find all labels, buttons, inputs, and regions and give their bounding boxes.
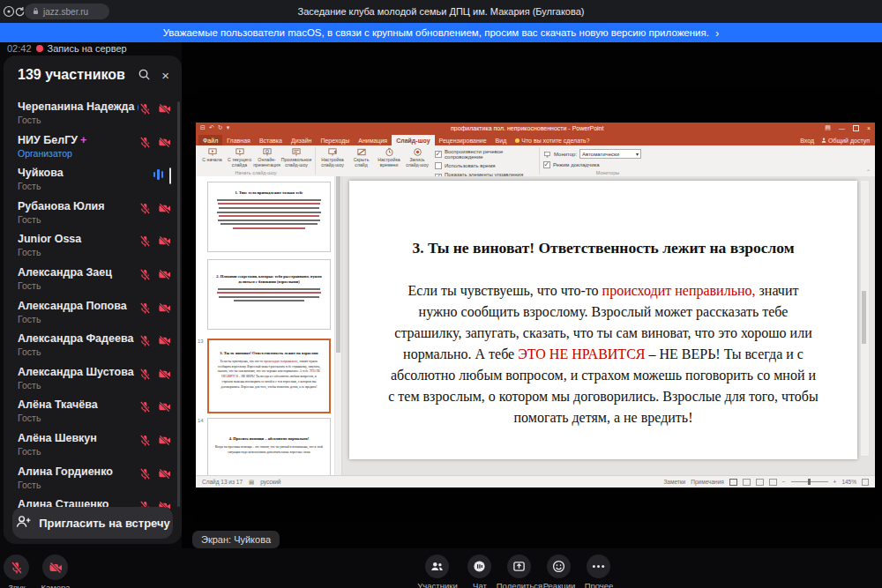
language-indicator[interactable]: русский: [260, 479, 280, 485]
save-icon[interactable]: ⊟: [200, 124, 206, 131]
custom-slideshow-button[interactable]: Произвольное слайд-шоу: [280, 145, 312, 170]
slide-thumbnail-3-selected[interactable]: 3. Ты не виноват! Ответственность лежит …: [207, 339, 331, 413]
reactions-button[interactable]: [547, 555, 571, 578]
from-current-slide-button[interactable]: С текущего слайда: [226, 145, 253, 170]
participant-row[interactable]: Александра Фадеева Гость: [4, 328, 182, 361]
checkbox-play-narrations[interactable]: Воспроизвести речевое сопровождение: [435, 149, 534, 160]
checkbox-use-timings[interactable]: Использовать время: [435, 162, 534, 169]
zoom-in-button[interactable]: +: [833, 479, 837, 485]
restore-icon[interactable]: [853, 125, 859, 131]
refresh-icon[interactable]: [14, 5, 26, 21]
redo-icon[interactable]: ↻: [218, 124, 223, 131]
slide-thumbnail-1[interactable]: 1. Твое тело принадлежит только тебе: [207, 182, 331, 252]
minimize-icon[interactable]: —: [839, 125, 845, 131]
participants-count-title: 139 участников: [18, 67, 127, 83]
ppt-ribbon: С начала С текущего слайда Онлайн-презен…: [196, 145, 875, 177]
chevron-right-icon[interactable]: ›: [715, 26, 719, 40]
tab-tellme[interactable]: Что вы хотите сделать?: [511, 135, 594, 145]
lock-icon: [32, 6, 40, 18]
camera-toggle-button[interactable]: [42, 555, 68, 580]
participant-row[interactable]: Junior Ossa Гость: [4, 228, 182, 262]
ppt-window-controls: ▤ — ×: [825, 124, 871, 131]
camera-button-label: Камера: [35, 583, 76, 588]
monitor-dropdown[interactable]: Автоматически▾: [579, 149, 641, 159]
mic-toggle-button[interactable]: [4, 555, 29, 580]
participant-row[interactable]: Александра Попова Гость: [4, 295, 182, 329]
slide-scrollbar[interactable]: [860, 180, 870, 457]
comments-button[interactable]: Примечания: [691, 479, 724, 485]
recording-label: Запись на сервер: [48, 43, 127, 54]
participant-name: Александра Шустова: [18, 366, 134, 378]
spellcheck-icon[interactable]: ▤: [249, 479, 254, 486]
ribbon-group-start: С начала С текущего слайда Онлайн-презен…: [198, 145, 313, 176]
browser-profile-icon[interactable]: [3, 5, 15, 21]
tab-insert[interactable]: Вставка: [255, 135, 287, 145]
participant-role: Гость: [18, 280, 138, 291]
smiley-icon: [552, 560, 565, 573]
tab-home[interactable]: Главная: [222, 135, 255, 145]
normal-view-icon[interactable]: [729, 479, 737, 486]
close-icon[interactable]: ×: [161, 69, 169, 82]
tab-review[interactable]: Рецензирование: [435, 135, 491, 145]
ribbon-options-icon[interactable]: ▤: [825, 124, 831, 131]
fit-slide-icon[interactable]: [862, 479, 869, 486]
participant-row[interactable]: Чуйкова Гость: [4, 162, 182, 196]
slide-thumbnail-2[interactable]: 2. Плохими секретами, которые тебя расст…: [207, 259, 331, 330]
plus-badge-icon: +: [80, 134, 86, 146]
meeting-title: Заседание клуба молодой семьи ДПЦ им. Ма…: [176, 0, 706, 23]
tab-transitions[interactable]: Переходы: [316, 135, 354, 145]
slide-indicator: Слайд 13 из 17: [202, 479, 243, 485]
participant-name: Алина Гордиенко: [18, 465, 113, 478]
share-screen-button[interactable]: [507, 555, 531, 578]
url-text: jazz.sber.ru: [43, 7, 88, 17]
participant-row[interactable]: Александра Заец Гость: [4, 262, 182, 295]
slide-sorter-view-icon[interactable]: [743, 479, 751, 486]
participant-row[interactable]: Алёна Ткачёва Гость: [4, 394, 182, 428]
address-bar[interactable]: jazz.sber.ru: [25, 4, 109, 19]
participant-row[interactable]: Александра Шустова Гость: [4, 361, 182, 395]
more-button[interactable]: [587, 555, 610, 578]
invite-button[interactable]: Пригласить на встречу: [12, 507, 173, 539]
tab-slideshow[interactable]: Слайд-шоу: [392, 135, 434, 145]
tab-file[interactable]: Файл: [198, 135, 222, 145]
slide-thumbnail-4[interactable]: 4. Просить помощи – абсолютно нормально!…: [207, 418, 331, 476]
tab-animations[interactable]: Анимация: [354, 135, 392, 145]
tab-view[interactable]: Вид: [491, 135, 512, 145]
chat-button[interactable]: [467, 555, 491, 578]
checkbox-presenter-view[interactable]: Режим докладчика: [543, 161, 672, 168]
ribbon-group-setup: Настройка слайд-шоу Скрыть слайд Настрой…: [318, 145, 537, 176]
slide-title: 3. Ты не виноват! Ответственность лежит …: [367, 239, 840, 257]
participant-role: Гость: [18, 247, 138, 257]
collapse-ribbon-icon[interactable]: ⌃: [866, 168, 871, 175]
thumbnails-scrollbar[interactable]: [334, 176, 341, 476]
participant-row[interactable]: Рубанова Юлия Гость: [4, 196, 182, 229]
close-window-icon[interactable]: ×: [867, 125, 871, 131]
search-icon[interactable]: [138, 68, 151, 83]
participant-row[interactable]: Алина Гордиенко Гость: [4, 461, 182, 495]
mic-muted-icon: [10, 561, 24, 575]
tab-design[interactable]: Дизайн: [287, 135, 317, 145]
qat-dropdown-icon[interactable]: ▾: [227, 124, 230, 131]
online-presentation-button[interactable]: Онлайн-презентация: [253, 145, 280, 170]
signin-link[interactable]: Вход: [800, 138, 814, 144]
participant-name: Черепанина Надежда (вы): [18, 100, 138, 113]
zoom-out-button[interactable]: −: [782, 479, 786, 485]
macos-update-banner[interactable]: Уважаемые пользователи macOS, в связи с …: [0, 23, 882, 42]
person-add-icon: [15, 515, 32, 531]
mic-muted-icon: [138, 102, 152, 119]
camera-muted-icon: [158, 301, 171, 318]
reading-view-icon[interactable]: [756, 479, 764, 486]
share-button[interactable]: Общий доступ: [821, 138, 870, 144]
participant-row[interactable]: НИУ БелГУ+ Организатор: [4, 130, 182, 163]
participant-row[interactable]: Алёна Шевкун Гость: [4, 428, 182, 461]
zoom-level[interactable]: 145%: [841, 479, 856, 485]
participant-row[interactable]: Черепанина Надежда (вы) Гость: [4, 96, 182, 130]
from-beginning-button[interactable]: С начала: [198, 145, 226, 170]
slideshow-view-icon[interactable]: [769, 479, 777, 486]
undo-icon[interactable]: ↶: [209, 124, 214, 131]
mic-muted-icon: [138, 368, 152, 384]
zoom-slider[interactable]: [791, 481, 828, 482]
participants-button[interactable]: [425, 555, 449, 578]
notes-button[interactable]: Заметки: [663, 479, 685, 485]
participants-scrollbar[interactable]: [177, 101, 180, 507]
